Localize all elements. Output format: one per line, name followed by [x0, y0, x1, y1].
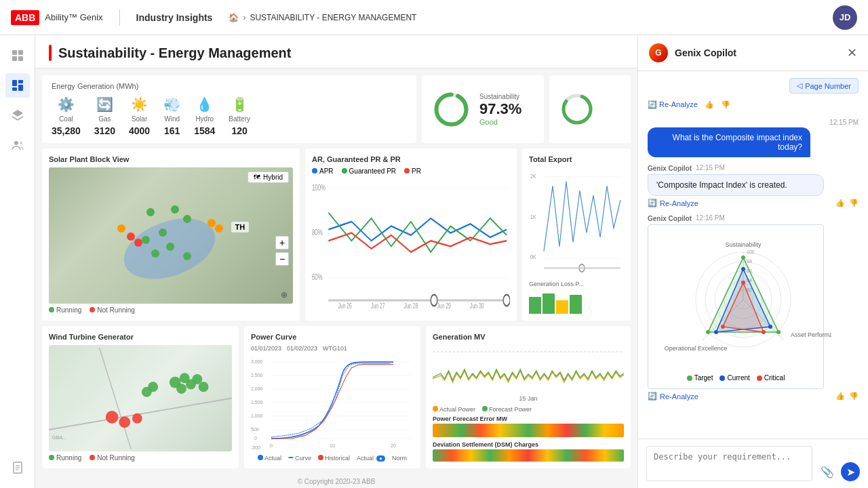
user-msg-time: 12:15 PM [648, 119, 859, 126]
power-forecast-bar [433, 424, 624, 437]
top-dislike-btn[interactable]: 👎 [721, 100, 730, 109]
export-card-title: Total Export [529, 155, 624, 163]
svg-rect-2 [12, 56, 17, 61]
map-dot-7 [151, 249, 159, 258]
svg-point-94 [706, 330, 710, 334]
app-header: ABB Ability™ Genix Industry Insights 🏠 ›… [0, 0, 868, 35]
content-area: Sustainability - Energy Management Energ… [35, 35, 637, 488]
solar-item: ☀️ Solar 4000 [129, 96, 150, 136]
svg-rect-6 [12, 87, 17, 91]
like-btn-2[interactable]: 👍 [835, 392, 845, 401]
svg-text:Operational Excellence: Operational Excellence [665, 345, 728, 352]
map-layers-icon[interactable]: ⊕ [281, 290, 288, 300]
map-label-th: TH [231, 222, 250, 232]
gen-loss-label: Generation Loss P... [529, 281, 624, 287]
copilot-close-button[interactable]: ✕ [847, 45, 857, 60]
hybrid-badge[interactable]: 🗺 Hybrid [248, 171, 289, 183]
svg-rect-5 [18, 80, 23, 83]
zoom-in-button[interactable]: + [275, 236, 289, 249]
svg-text:Jun 28: Jun 28 [404, 301, 418, 310]
svg-text:Jun 29: Jun 29 [437, 301, 450, 310]
sidebar-icon-report[interactable] [5, 455, 30, 480]
sidebar-icon-layers[interactable] [5, 103, 30, 127]
copilot-panel: G Genix Copilot ✕ ◁Page Number 🔄 Re-Anal… [637, 35, 868, 488]
abb-logo: ABB Ability™ Genix [11, 10, 103, 25]
map-dot-orange-3 [215, 224, 223, 232]
send-button[interactable]: ➤ [841, 462, 860, 481]
wtg-map: GBA... [49, 345, 232, 451]
svg-rect-7 [18, 85, 23, 91]
svg-text:Sustainability: Sustainability [725, 241, 762, 248]
wtg-running-label: Running [56, 454, 81, 462]
svg-text:0K: 0K [530, 253, 536, 260]
top-like-btn[interactable]: 👍 [705, 100, 714, 109]
svg-text:1,500: 1,500 [251, 399, 263, 405]
gas-label: Gas [98, 115, 111, 123]
bot-sender-2: Genix Copilot [648, 215, 692, 222]
svg-point-30 [431, 295, 437, 306]
svg-point-98 [741, 281, 745, 285]
page-header: Sustainability - Energy Management [35, 35, 637, 68]
mid-row: Solar Plant Block View [42, 148, 631, 321]
bot-action-row-1: 🔄 Re-Analyze 👍 👎 [648, 199, 859, 207]
svg-point-51 [106, 411, 119, 424]
user-avatar[interactable]: JD [833, 5, 857, 30]
svg-rect-4 [12, 80, 17, 86]
dashboard-grid: Energy Generation (MWh) ⚙️ Coal 35,280 🔄… [35, 68, 637, 475]
zoom-out-button[interactable]: − [275, 252, 289, 266]
home-icon[interactable]: 🏠 [229, 13, 239, 22]
top-reanalyze-row: ◁Page Number [648, 78, 859, 94]
svg-rect-3 [18, 56, 23, 61]
title-accent [49, 45, 52, 61]
svg-point-9 [20, 142, 22, 144]
legend-critical: Critical [764, 374, 785, 382]
svg-point-48 [199, 382, 209, 392]
svg-text:98: 98 [747, 259, 752, 264]
sidebar-icon-users[interactable] [5, 133, 30, 157]
svg-text:1K: 1K [530, 212, 536, 220]
hydro-icon: 💧 [196, 96, 213, 113]
copilot-input-area: 📎 ➤ [638, 439, 868, 488]
header-divider [119, 9, 120, 26]
pr-legend: APR Guaranteed PR PR [312, 167, 510, 175]
svg-point-53 [132, 413, 142, 424]
reanalyze-btn-2[interactable]: 🔄 Re-Analyze [648, 392, 698, 401]
gas-value: 3120 [94, 125, 115, 136]
legend-target: Target [694, 374, 713, 382]
sidebar-icon-grid[interactable] [5, 43, 30, 68]
svg-text:2K: 2K [530, 172, 536, 180]
svg-point-46 [176, 384, 186, 394]
like-btn-1[interactable]: 👍 [835, 199, 845, 207]
map-icon: 🗺 [254, 174, 260, 181]
bottom-row: Wind Turbine Generator GBA... [42, 326, 631, 468]
actual-toggle[interactable]: Actual ● [357, 455, 385, 462]
gen-mv-title: Generation MV [433, 333, 624, 341]
wtg-card: Wind Turbine Generator GBA... [42, 326, 239, 468]
wtg-card-title: Wind Turbine Generator [49, 333, 232, 341]
radar-svg: Sustainability Asset Performance Operati… [655, 232, 831, 367]
legend-current: Current [727, 374, 749, 382]
top-reanalyze-btn[interactable]: 🔄 Re-Analyze [648, 100, 698, 109]
copilot-logo: G [649, 43, 668, 62]
sidebar-icon-dashboard[interactable] [5, 73, 30, 98]
svg-point-15 [437, 94, 467, 124]
export-mini-card [549, 75, 631, 143]
reanalyze-btn-1[interactable]: 🔄 Re-Analyze [648, 199, 698, 207]
solar-card-title: Solar Plant Block View [49, 155, 293, 163]
date2-label: 01/02/2023 [287, 345, 317, 352]
dislike-btn-1[interactable]: 👎 [849, 199, 859, 207]
svg-text:Jun 30: Jun 30 [470, 301, 484, 310]
svg-text:20: 20 [391, 443, 396, 449]
attach-button[interactable]: 📎 [818, 462, 837, 481]
sustainability-status: Good [479, 118, 521, 126]
sidebar [0, 35, 35, 488]
copilot-input[interactable] [646, 446, 812, 481]
wind-item: 💨 Wind 161 [163, 96, 180, 136]
battery-item: 🔋 Battery 120 [229, 96, 250, 136]
energy-generation-card: Energy Generation (MWh) ⚙️ Coal 35,280 🔄… [42, 75, 416, 143]
copilot-actions: 📎 ➤ [818, 462, 860, 481]
dislike-btn-2[interactable]: 👎 [849, 392, 859, 401]
page-number-btn[interactable]: ◁Page Number [789, 78, 859, 94]
wtg-id-selector[interactable]: WTG101 [323, 345, 347, 352]
gen-mv-card: Generation MV 15 Jan Actual [426, 326, 631, 468]
